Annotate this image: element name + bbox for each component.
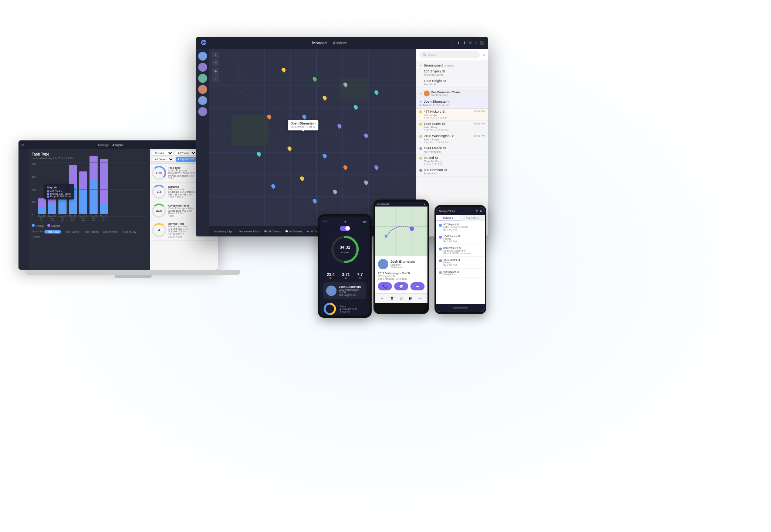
phone2-bookmark-icon[interactable]: ☆ [399,296,403,301]
bar-may20[interactable]: May 20 339 478 [89,156,98,222]
unassigned-task-1[interactable]: 133 Shipley St Rinchen Lama [416,68,488,78]
phone3-task-3[interactable]: 888 O'Farrell St Abdullah Alhamami After… [436,245,485,257]
avatar-1[interactable] [198,52,207,61]
laptop-nav-analyze[interactable]: Analyze [112,143,123,147]
task-600-harrison[interactable]: 600 Harrison St Brian Rek... [416,167,488,177]
tab-time-month[interactable]: Time (Month) [82,230,100,233]
zoom-out-button[interactable]: − [212,59,219,66]
laptop-screen: ∞ Manage Analyze + ⬇ ⚙ ? ✕ Task Type Las… [18,140,218,270]
bar-may21[interactable]: May 21 613 812 [100,159,108,222]
avatar-3[interactable] [198,74,207,83]
phone2-city: San Francisco, CA 94102 [378,277,425,280]
phone3-toggle-icon[interactable]: ⊡ [476,209,479,213]
avatar-6[interactable] [198,107,207,116]
task-99-2nd[interactable]: 99 2nd St Gray McCarty Before 7:30 PM [416,155,488,167]
phone2-map [375,207,427,256]
tab-time-week[interactable]: Time (Week) [63,230,81,233]
chart-bars: May 15 131 87 May 16 419 Tasks [38,163,147,222]
app-header: Manage Analyze + ⬆ ⬇ ⚙ ? ⬛ [196,37,488,49]
nav-manage[interactable]: Manage [312,41,327,45]
phone2-forward-icon[interactable]: → [418,296,423,301]
tab-hour-of-day[interactable]: Hour of Day [121,230,138,233]
tab-todays[interactable]: TODAY'S [436,215,460,221]
settings-icon[interactable]: ⚙ [469,41,472,45]
unassigned-task-2-address: 1298 Haight St [424,79,485,83]
phone3-task5-person: Noaj Rubio [443,273,459,276]
task-477-hickory[interactable]: 477 Hickory St Lia Longo 5:00 PM — 7:00 … [416,109,488,121]
team-select[interactable]: All Teams [175,151,197,156]
laptop-nav-manage[interactable]: Manage [98,143,109,147]
phone2-call-button[interactable]: 📞 [378,282,392,290]
avatar-2[interactable] [198,63,207,72]
phone1-speedometer: 34:32 34 tasks [330,235,360,266]
phone3-task2-dot [439,236,442,239]
status-team[interactable]: All Teams [264,230,281,233]
unassigned-task-2[interactable]: 1298 Haight St Ben Stott [416,78,488,88]
phone3-task-1[interactable]: 867 Bryant St Mike Guerrero Garcia By 1:… [436,221,485,233]
bar-may20-pickup-count: 478 [92,219,95,222]
list-view-icon[interactable]: ≡ [483,53,485,57]
tab-day-of-week[interactable]: Day of Week [102,230,119,233]
sf-team-header: ▼ San Francisco Team 5 of 8 On Duty [419,91,485,96]
task-3-time-range: 8:30 PM — 11:00 PM [424,141,473,144]
tooltip-pickup: Pickup 158 Tasks [47,192,71,195]
laptop-main: Task Type Last updated May 21, 2018 5:43… [29,149,150,270]
bar-may15-dropoff [38,198,46,208]
phone2-message-button[interactable]: 💬 [394,282,408,290]
tab-driver[interactable]: Driver [32,235,42,238]
app-logo-icon [200,39,208,47]
avatar-4[interactable] [198,85,207,94]
phone1-toggle[interactable] [340,226,350,231]
zoom-in-button[interactable]: + [212,52,219,58]
phone1-stats-row: 23.4 mi 3.71 mi 7.7 mi [323,272,366,279]
task-6-info: 600 Harrison St Brian Rek... [424,168,485,175]
laptop-logo: ∞ [21,143,24,147]
phone1-stat-val-1: 23.4 [327,272,335,277]
phone3-task-4[interactable]: 1549 Jones St Pickup By 2:00 PM [436,257,485,269]
add-icon[interactable]: + [452,41,454,45]
phone1-donut [323,302,337,316]
export-csv-button[interactable]: ⬆ Export CSV [176,157,196,162]
nav-analyze[interactable]: Analyze [333,41,347,45]
tab-time-day[interactable]: Time (Day) [44,230,61,233]
tab-all-tasks[interactable]: ALL TASKS [460,215,485,221]
sf-team-section: ▼ San Francisco Team 5 of 8 On Duty [416,89,488,98]
phone3-filter-icon[interactable]: ≡ [480,209,482,213]
status-drivers[interactable]: All Drivers [285,230,302,233]
layers-button[interactable]: ≡ [212,75,219,82]
phone3-task-2[interactable]: 1549 Jones St Pickup By 2:00 PM [436,233,485,245]
search-box[interactable]: 🔍 Search [419,51,480,58]
phone2-navigate-button[interactable]: ➡ [410,282,425,290]
task-2-eta: 8:38 PM [474,122,485,125]
phone1-stat-label-3: mi [357,277,363,279]
compass-button[interactable]: ⊕ [212,68,219,75]
task-1944-mason[interactable]: 1944 Mason St No Recipient [416,145,488,155]
bar-may16-pickup-count: 158 [50,219,54,222]
bar-may15[interactable]: May 15 131 87 [38,198,46,222]
task-1-address: 477 Hickory St [424,110,473,113]
svg-text:34:32: 34:32 [339,245,350,249]
download-icon[interactable]: ⬇ [463,41,466,45]
phone3-task-5[interactable]: 676 Bryant St Noaj Rubio [436,269,485,278]
task-2100-washington[interactable]: 2100 Washington St Kevin Angel 8:30 PM —… [416,133,488,145]
help-icon[interactable]: ? [475,41,477,45]
avatar-5[interactable] [198,96,207,105]
bar-may19[interactable]: May 19 261 346 [79,171,87,222]
driver-map-tooltip: Josh Blumstein In Transit, 2 of 6 [288,120,318,130]
phone2-grid-icon[interactable]: ⊞ [409,296,413,301]
driver-josh-header[interactable]: ▼ Josh Blumstein ! In Transit, 2 of 6, 4… [416,98,488,109]
driver-select[interactable]: All Drivers [152,157,174,162]
time-select[interactable]: Custom... [152,151,173,156]
bar-may16[interactable]: May 16 419 Tasks Pickup 158 Tasks [48,185,56,222]
tooltip-driver-name: Josh Blumstein [291,122,315,125]
logout-icon[interactable]: ⬛ [480,41,484,45]
driver-josh-status: In Transit, 2 of 6, 4 min [419,103,485,107]
phone1-container: 9:41 ◉ ▮▮▮ 34:32 34 tasks [318,214,372,318]
share-icon[interactable]: ⬆ [457,41,460,45]
task-1646-sutter[interactable]: 1646 Sutter St John Baily 8:00 PM — 10:0… [416,121,488,133]
phone2-share-icon[interactable]: ⬆ [390,296,394,301]
stat-completed-circle: 23.6 [152,204,166,218]
laptop-app-header: ∞ Manage Analyze + ⬇ ⚙ ? ✕ [18,140,218,149]
phone3-task3-person: Abdullah Alhamami [443,249,471,252]
phone2-back-icon[interactable]: ← [380,296,385,301]
